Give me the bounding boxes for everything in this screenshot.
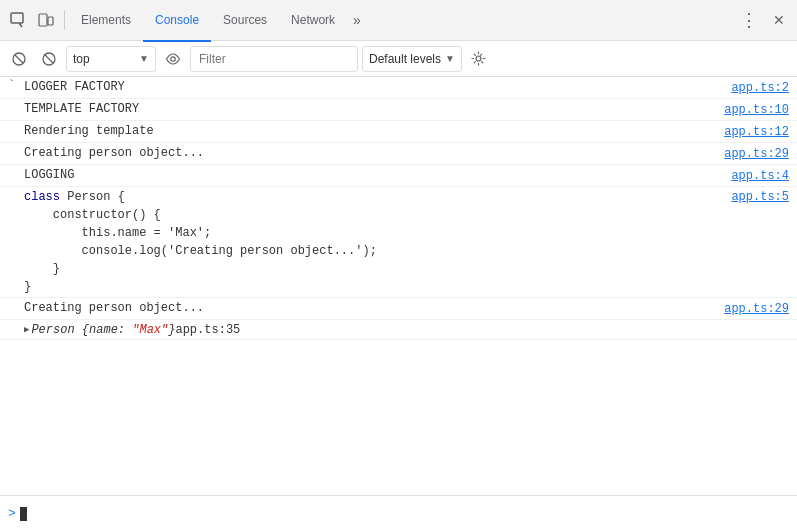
code-content: }: [24, 278, 789, 296]
source-link[interactable]: app.ts:29: [724, 144, 789, 163]
tab-sources[interactable]: Sources: [211, 1, 279, 42]
console-cursor: [20, 507, 27, 521]
filter-input[interactable]: [190, 46, 358, 72]
code-content: }: [24, 260, 789, 278]
context-selector-arrow: ▼: [139, 53, 149, 64]
source-link[interactable]: app.ts:10: [724, 100, 789, 119]
svg-rect-2: [48, 17, 53, 25]
console-line: ` LOGGER FACTORY app.ts:2: [0, 77, 797, 99]
eye-button[interactable]: [160, 46, 186, 72]
log-text: LOGGING: [24, 166, 715, 184]
settings-icon[interactable]: [466, 46, 492, 72]
level-selector[interactable]: Default levels ▼: [362, 46, 462, 72]
log-text: Creating person object...: [24, 299, 708, 317]
console-line: Creating person object... app.ts:29: [0, 143, 797, 165]
expand-arrow[interactable]: ▶: [24, 324, 29, 335]
level-selector-arrow: ▼: [445, 53, 455, 64]
svg-point-8: [476, 56, 481, 61]
svg-line-6: [45, 54, 54, 63]
console-line: Rendering template app.ts:12: [0, 121, 797, 143]
svg-rect-1: [39, 14, 47, 26]
console-line: Creating person object... app.ts:29: [0, 298, 797, 320]
code-line: console.log('Creating person object...')…: [24, 242, 789, 260]
source-link[interactable]: app.ts:12: [724, 122, 789, 141]
log-text: Person {name: "Max"}: [31, 323, 175, 337]
svg-line-4: [15, 55, 23, 63]
console-output: ` LOGGER FACTORY app.ts:2 TEMPLATE FACTO…: [0, 77, 797, 495]
code-line: }: [24, 278, 789, 296]
devtools-toolbar: Elements Console Sources Network » ⋮ ✕: [0, 0, 797, 41]
tab-elements[interactable]: Elements: [69, 1, 143, 42]
inspect-element-icon[interactable]: [4, 6, 32, 34]
device-toolbar-icon[interactable]: [32, 6, 60, 34]
console-line: TEMPLATE FACTORY app.ts:10: [0, 99, 797, 121]
svg-rect-0: [11, 13, 23, 23]
toolbar-divider: [64, 10, 65, 30]
toolbar-right-actions: ⋮ ✕: [735, 6, 793, 34]
console-line: LOGGING app.ts:4: [0, 165, 797, 187]
code-content: console.log('Creating person object...')…: [24, 242, 789, 260]
console-line: ▶ Person {name: "Max"} app.ts:35: [0, 320, 797, 340]
code-line: class Person { app.ts:5: [24, 188, 789, 206]
console-input-line[interactable]: >: [0, 495, 797, 531]
code-content: this.name = 'Max';: [24, 224, 789, 242]
code-content: constructor() {: [24, 206, 789, 224]
console-toolbar: top ▼ Default levels ▼: [0, 41, 797, 77]
code-content: class Person {: [24, 188, 715, 206]
tick-mark: `: [8, 79, 15, 93]
code-block: class Person { app.ts:5 constructor() { …: [0, 187, 797, 298]
source-link[interactable]: app.ts:2: [731, 78, 789, 97]
source-link[interactable]: app.ts:5: [731, 188, 789, 206]
source-link[interactable]: app.ts:35: [175, 323, 240, 337]
block-icon[interactable]: [36, 46, 62, 72]
console-prompt: >: [8, 506, 16, 521]
code-line: }: [24, 260, 789, 278]
tab-network[interactable]: Network: [279, 1, 347, 42]
log-text: Creating person object...: [24, 144, 708, 162]
code-line: this.name = 'Max';: [24, 224, 789, 242]
clear-console-button[interactable]: [6, 46, 32, 72]
close-icon[interactable]: ✕: [765, 6, 793, 34]
source-link[interactable]: app.ts:29: [724, 299, 789, 318]
source-link[interactable]: app.ts:4: [731, 166, 789, 185]
more-tabs-button[interactable]: »: [347, 12, 367, 28]
log-text: TEMPLATE FACTORY: [24, 100, 708, 118]
log-text: Rendering template: [24, 122, 708, 140]
log-text: LOGGER FACTORY: [24, 78, 715, 96]
svg-point-7: [171, 56, 175, 60]
context-selector[interactable]: top ▼: [66, 46, 156, 72]
menu-icon[interactable]: ⋮: [735, 6, 763, 34]
code-line: constructor() {: [24, 206, 789, 224]
tab-console[interactable]: Console: [143, 1, 211, 42]
